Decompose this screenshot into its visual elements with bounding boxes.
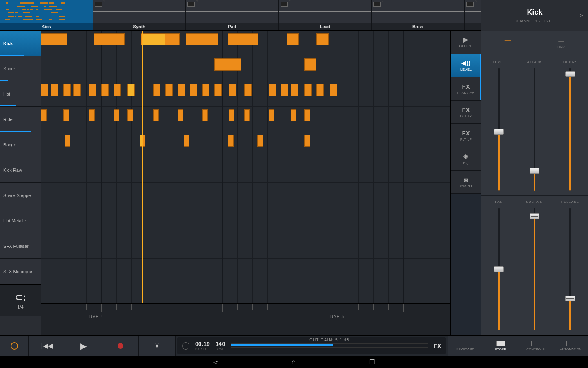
track-snare[interactable]: Snare bbox=[0, 56, 41, 81]
magnet-icon: ⊂: bbox=[15, 292, 26, 303]
clip[interactable] bbox=[269, 109, 274, 121]
slider-attack[interactable]: ATTACK bbox=[517, 56, 552, 195]
clip[interactable] bbox=[89, 84, 96, 96]
clip[interactable] bbox=[304, 84, 312, 96]
clip[interactable] bbox=[65, 135, 70, 147]
track-hat[interactable]: Hat bbox=[0, 81, 41, 107]
clip[interactable] bbox=[153, 84, 160, 96]
track-snare-stepper[interactable]: Snare Stepper bbox=[0, 183, 41, 208]
clip[interactable] bbox=[178, 84, 185, 96]
back-icon[interactable]: ◅ bbox=[213, 358, 218, 366]
clip[interactable] bbox=[101, 84, 109, 96]
clip[interactable] bbox=[63, 109, 69, 121]
clip[interactable] bbox=[202, 109, 208, 121]
clip[interactable] bbox=[89, 109, 95, 121]
clip[interactable] bbox=[190, 84, 197, 96]
clip[interactable] bbox=[202, 84, 209, 96]
fx-flanger[interactable]: FXFLANGER bbox=[451, 77, 481, 101]
fx-eq[interactable]: ◈EQ bbox=[451, 147, 481, 171]
play-button[interactable]: ▶ bbox=[65, 336, 102, 356]
chevron-right-icon[interactable]: > bbox=[580, 12, 583, 19]
pattern-grid[interactable]: BAR 4BAR 5 bbox=[41, 31, 450, 335]
track-kick-raw[interactable]: Kick Raw bbox=[0, 157, 41, 183]
clip[interactable] bbox=[316, 84, 324, 96]
android-navbar: ◅ ⌂ ❐ bbox=[0, 356, 588, 368]
clip[interactable] bbox=[287, 33, 299, 45]
slider-sustain[interactable]: SUSTAIN bbox=[517, 196, 552, 335]
track-hat-metalic[interactable]: Hat Metalic bbox=[0, 208, 41, 233]
clip[interactable] bbox=[291, 84, 298, 96]
playhead[interactable] bbox=[142, 31, 143, 303]
recents-icon[interactable]: ❐ bbox=[369, 358, 375, 366]
clip[interactable] bbox=[184, 135, 189, 147]
clip[interactable] bbox=[114, 109, 119, 121]
clip[interactable] bbox=[228, 33, 258, 45]
fx-sample[interactable]: ◙SAMPLE bbox=[451, 171, 481, 194]
clip[interactable] bbox=[269, 84, 276, 96]
top-track-lead[interactable]: 3Lead bbox=[279, 0, 372, 30]
clip[interactable] bbox=[304, 58, 316, 71]
clip[interactable] bbox=[127, 84, 135, 96]
fx-flt-lp[interactable]: FXFLT LP bbox=[451, 124, 481, 147]
fx-delay[interactable]: FXDELAY bbox=[451, 101, 481, 124]
snap-setting[interactable]: ⊂:1/4 bbox=[0, 284, 41, 316]
clip[interactable] bbox=[214, 58, 241, 71]
top-track-bass[interactable]: 4Bass bbox=[372, 0, 465, 30]
fx-label[interactable]: FX bbox=[434, 343, 441, 349]
top-track-synth[interactable]: 1Synth bbox=[93, 0, 186, 30]
clip[interactable] bbox=[41, 84, 48, 96]
track-sfx-motorque[interactable]: SFX Motorque bbox=[0, 259, 41, 284]
record-button[interactable] bbox=[102, 336, 139, 356]
clip[interactable] bbox=[74, 84, 81, 96]
slider-decay[interactable]: DECAY bbox=[552, 56, 588, 195]
clip[interactable] bbox=[63, 84, 71, 96]
rewind-button[interactable]: |◀◀ bbox=[29, 336, 65, 356]
slider-release[interactable]: RELEASE bbox=[552, 196, 588, 335]
home-icon[interactable]: ⌂ bbox=[292, 358, 296, 366]
slider-pan[interactable]: PAN bbox=[481, 196, 517, 335]
track-bongo[interactable]: Bongo bbox=[0, 132, 41, 157]
clip[interactable] bbox=[143, 33, 165, 45]
fx-level[interactable]: ◀))LEVEL bbox=[451, 54, 481, 77]
clip[interactable] bbox=[229, 84, 236, 96]
track-ride[interactable]: Ride bbox=[0, 107, 41, 132]
clip[interactable] bbox=[41, 33, 67, 45]
view-keyboard[interactable]: KEYBOARD bbox=[448, 336, 483, 356]
clip[interactable] bbox=[257, 135, 263, 147]
fx-glitch[interactable]: ▶GLITCH bbox=[451, 31, 481, 54]
view-score[interactable]: SCORE bbox=[483, 336, 518, 356]
clip[interactable] bbox=[153, 109, 159, 121]
top-track-pad[interactable]: 2Pad bbox=[186, 0, 279, 30]
clip[interactable] bbox=[165, 84, 173, 96]
clip[interactable] bbox=[229, 109, 234, 121]
clip[interactable] bbox=[51, 84, 58, 96]
top-track-kick[interactable]: Kick bbox=[0, 0, 93, 30]
clip[interactable] bbox=[244, 109, 250, 121]
clip[interactable] bbox=[94, 33, 125, 45]
clip[interactable] bbox=[244, 84, 252, 96]
clip[interactable] bbox=[281, 84, 288, 96]
clip[interactable] bbox=[214, 84, 222, 96]
clip[interactable] bbox=[291, 109, 296, 121]
channel-header: Kick CHANNEL 1 - LEVEL > bbox=[481, 0, 588, 31]
track-sfx-pulasar[interactable]: SFX Pulasar bbox=[0, 233, 41, 259]
clip[interactable] bbox=[330, 84, 337, 96]
clip[interactable] bbox=[41, 109, 47, 121]
clip[interactable] bbox=[186, 33, 218, 45]
clip[interactable] bbox=[127, 109, 133, 121]
clip[interactable] bbox=[304, 135, 310, 147]
view-automation[interactable]: AUTOMATION bbox=[553, 336, 588, 356]
clip[interactable] bbox=[114, 84, 121, 96]
timeline-ruler[interactable]: BAR 4BAR 5 bbox=[41, 303, 450, 335]
clip[interactable] bbox=[316, 33, 329, 45]
control-top-cell[interactable]: —--- bbox=[481, 31, 535, 56]
control-top-cell[interactable]: —LINK bbox=[535, 31, 588, 56]
app-icon[interactable] bbox=[0, 336, 29, 356]
metronome-button[interactable]: ⚹ bbox=[139, 336, 176, 356]
track-kick[interactable]: Kick bbox=[0, 31, 41, 56]
clip[interactable] bbox=[178, 109, 183, 121]
slider-level[interactable]: LEVEL bbox=[481, 56, 517, 195]
clip[interactable] bbox=[304, 109, 310, 121]
clip[interactable] bbox=[228, 135, 234, 147]
view-controls[interactable]: CONTROLS bbox=[518, 336, 553, 356]
